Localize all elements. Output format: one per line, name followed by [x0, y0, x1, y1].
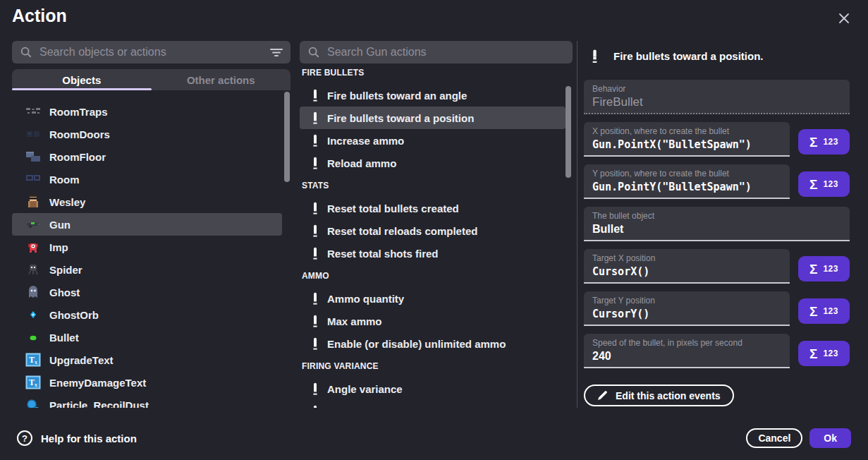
cancel-button[interactable]: Cancel [746, 428, 802, 448]
room-icon [25, 171, 42, 188]
field-value: CursorX() [592, 265, 781, 279]
object-row-gun[interactable]: Gun [12, 213, 282, 236]
objects-search-box [12, 41, 291, 63]
action-row-fire-bullets-toward-a-position[interactable]: Fire bullets toward a position [300, 107, 566, 129]
bullet-action-icon [312, 134, 319, 147]
field-value: Bullet [592, 222, 841, 236]
action-row-max-ammo[interactable]: Max ammo [300, 310, 566, 332]
field-value: 240 [592, 349, 781, 363]
action-row-increase-ammo[interactable]: Increase ammo [300, 129, 566, 152]
action-row-fire-bullets-toward-an-angle[interactable]: Fire bullets toward an angle [300, 84, 566, 107]
wesley-icon [25, 193, 42, 210]
action-row-reset-total-bullets-created[interactable]: Reset total bullets created [300, 197, 566, 219]
actions-search-input[interactable] [327, 46, 565, 59]
object-row-upgradetext[interactable]: TxUpgradeText [12, 349, 282, 371]
action-label: Enable (or disable) unlimited ammo [327, 338, 506, 350]
tab-other-actions[interactable]: Other actions [152, 69, 291, 90]
object-row-enemydamagetext[interactable]: TxEnemyDamageText [12, 371, 282, 394]
roomtraps-icon [25, 103, 42, 120]
object-row-roomtraps[interactable]: RoomTraps [12, 100, 282, 123]
object-label: GhostOrb [49, 309, 99, 321]
object-label: EnemyDamageText [49, 377, 146, 389]
action-row-reload-ammo[interactable]: Reload ammo [300, 152, 566, 174]
actions-list-scrollbar[interactable] [566, 86, 571, 178]
field-the-bullet-object[interactable]: The bullet objectBullet [584, 207, 850, 241]
numbers-icon: 123 [823, 349, 838, 358]
particle-icon [25, 397, 42, 408]
action-row-increase-angle-variance[interactable]: Increase angle variance [300, 400, 566, 408]
field-target-x-position[interactable]: Target X positionCursorX() [584, 249, 790, 284]
close-icon[interactable] [837, 11, 851, 25]
object-row-room[interactable]: Room [12, 168, 282, 190]
field-label: X position, where to create the bullet [592, 126, 781, 136]
object-row-bullet[interactable]: Bullet [12, 326, 282, 349]
expression-editor-button[interactable]: Σ123 [798, 341, 850, 366]
field-speed-of-the-bullet-in-pixels-per-second[interactable]: Speed of the bullet, in pixels per secon… [584, 334, 790, 368]
field-row-target-y-position: Target Y positionCursorY()Σ123 [584, 291, 850, 326]
object-row-imp[interactable]: Imp [12, 236, 282, 258]
action-row-angle-variance[interactable]: Angle variance [300, 377, 566, 400]
action-label: Reset total reloads completed [327, 225, 477, 237]
action-row-reset-total-reloads-completed[interactable]: Reset total reloads completed [300, 219, 566, 242]
field-label: Speed of the bullet, in pixels per secon… [592, 338, 781, 348]
action-label: Fire bullets toward an angle [327, 90, 467, 102]
bullet-action-icon [312, 382, 319, 395]
svg-text:x: x [35, 359, 37, 365]
expression-editor-button[interactable]: Σ123 [798, 129, 850, 155]
action-label: Reset total shots fired [327, 248, 439, 260]
action-header: Fire bullets toward a position. [591, 49, 764, 63]
field-value: Gun.PointX("BulletSpawn") [592, 138, 781, 152]
field-row-x-position-where-to-create-the-bullet: X position, where to create the bulletGu… [584, 122, 850, 157]
object-row-ghostorb[interactable]: GhostOrb [12, 303, 282, 326]
help-link[interactable]: Help for this action [17, 430, 137, 446]
help-label: Help for this action [41, 432, 137, 444]
object-label: Room [49, 174, 80, 186]
object-row-particle-recoildust[interactable]: Particle_RecoilDust [12, 394, 282, 408]
ok-button[interactable]: Ok [809, 428, 851, 448]
object-label: Wesley [49, 196, 85, 208]
edit-action-events-button[interactable]: Edit this action events [584, 385, 734, 406]
action-row-ammo-quantity[interactable]: Ammo quantity [300, 287, 566, 310]
filter-icon[interactable] [270, 48, 283, 57]
sigma-icon: Σ [809, 135, 817, 149]
objects-list-scrollbar[interactable] [284, 92, 290, 182]
page-title: Action [12, 6, 67, 26]
object-row-roomfloor[interactable]: RoomFloor [12, 145, 282, 168]
sigma-icon: Σ [809, 347, 817, 361]
object-row-ghost[interactable]: Ghost [12, 281, 282, 303]
tab-objects[interactable]: Objects [12, 69, 152, 90]
actions-panel: FIRE BULLETSFire bullets toward an angle… [300, 41, 573, 408]
field-x-position-where-to-create-the-bullet[interactable]: X position, where to create the bulletGu… [584, 122, 790, 157]
action-label: Reset total bullets created [327, 202, 459, 214]
panel-divider [577, 41, 577, 408]
field-target-y-position[interactable]: Target Y positionCursorY() [584, 291, 790, 326]
object-label: Spider [49, 264, 82, 276]
gun-icon [25, 216, 42, 233]
expression-editor-button[interactable]: Σ123 [798, 256, 850, 282]
object-label: RoomFloor [49, 151, 106, 163]
search-icon [20, 46, 32, 59]
action-row-reset-total-shots-fired[interactable]: Reset total shots fired [300, 242, 566, 265]
action-label: Max ammo [327, 315, 382, 327]
action-group-header-fire-bullets: FIRE BULLETS [300, 61, 566, 84]
pencil-icon [597, 390, 608, 401]
expression-editor-button[interactable]: Σ123 [798, 298, 850, 324]
field-row-target-x-position: Target X positionCursorX()Σ123 [584, 249, 850, 284]
field-y-position-where-to-create-the-bullet[interactable]: Y position, where to create the bulletGu… [584, 164, 790, 199]
action-row-enable-or-disable-unlimited-ammo[interactable]: Enable (or disable) unlimited ammo [300, 332, 566, 355]
sigma-icon: Σ [809, 178, 817, 191]
object-row-spider[interactable]: Spider [12, 258, 282, 281]
bullet-icon [25, 329, 42, 346]
ghostorb-icon [25, 306, 42, 323]
svg-text:T: T [29, 377, 35, 387]
objects-tabs: ObjectsOther actions [12, 69, 291, 90]
object-row-roomdoors[interactable]: RoomDoors [12, 123, 282, 145]
object-row-wesley[interactable]: Wesley [12, 190, 282, 213]
objects-search-input[interactable] [39, 46, 263, 59]
expression-editor-button[interactable]: Σ123 [798, 171, 850, 197]
bullet-action-icon [591, 49, 599, 63]
text-icon: Tx [25, 351, 42, 368]
field-row-y-position-where-to-create-the-bullet: Y position, where to create the bulletGu… [584, 164, 850, 199]
action-label: Increase ammo [327, 135, 404, 147]
object-label: Imp [49, 241, 68, 253]
